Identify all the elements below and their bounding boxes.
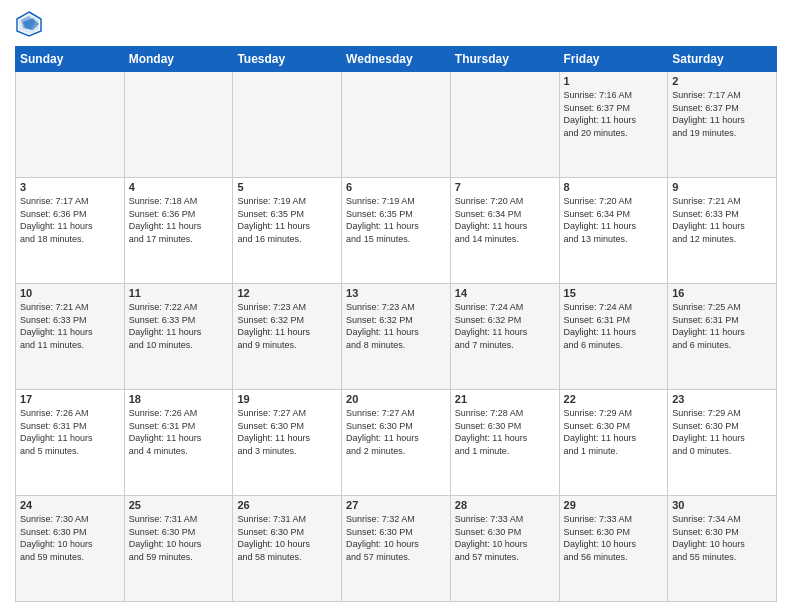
day-number: 21 [455,393,555,405]
day-number: 9 [672,181,772,193]
day-info: Sunrise: 7:19 AM Sunset: 6:35 PM Dayligh… [237,195,337,245]
day-info: Sunrise: 7:20 AM Sunset: 6:34 PM Dayligh… [455,195,555,245]
day-number: 7 [455,181,555,193]
calendar-cell: 2Sunrise: 7:17 AM Sunset: 6:37 PM Daylig… [668,72,777,178]
day-info: Sunrise: 7:18 AM Sunset: 6:36 PM Dayligh… [129,195,229,245]
calendar-cell [233,72,342,178]
day-info: Sunrise: 7:17 AM Sunset: 6:37 PM Dayligh… [672,89,772,139]
calendar-header-sunday: Sunday [16,47,125,72]
day-info: Sunrise: 7:19 AM Sunset: 6:35 PM Dayligh… [346,195,446,245]
calendar-cell [450,72,559,178]
calendar-header-friday: Friday [559,47,668,72]
calendar-cell: 6Sunrise: 7:19 AM Sunset: 6:35 PM Daylig… [342,178,451,284]
calendar-cell [124,72,233,178]
day-number: 10 [20,287,120,299]
day-number: 3 [20,181,120,193]
day-info: Sunrise: 7:33 AM Sunset: 6:30 PM Dayligh… [564,513,664,563]
day-number: 28 [455,499,555,511]
day-number: 27 [346,499,446,511]
calendar-header-row: SundayMondayTuesdayWednesdayThursdayFrid… [16,47,777,72]
day-info: Sunrise: 7:31 AM Sunset: 6:30 PM Dayligh… [129,513,229,563]
day-info: Sunrise: 7:24 AM Sunset: 6:32 PM Dayligh… [455,301,555,351]
page: SundayMondayTuesdayWednesdayThursdayFrid… [0,0,792,612]
calendar-header-tuesday: Tuesday [233,47,342,72]
calendar-cell: 17Sunrise: 7:26 AM Sunset: 6:31 PM Dayli… [16,390,125,496]
calendar-cell: 18Sunrise: 7:26 AM Sunset: 6:31 PM Dayli… [124,390,233,496]
day-number: 30 [672,499,772,511]
day-info: Sunrise: 7:22 AM Sunset: 6:33 PM Dayligh… [129,301,229,351]
calendar-cell: 14Sunrise: 7:24 AM Sunset: 6:32 PM Dayli… [450,284,559,390]
calendar-cell: 25Sunrise: 7:31 AM Sunset: 6:30 PM Dayli… [124,496,233,602]
day-info: Sunrise: 7:21 AM Sunset: 6:33 PM Dayligh… [20,301,120,351]
calendar-cell: 22Sunrise: 7:29 AM Sunset: 6:30 PM Dayli… [559,390,668,496]
calendar-table: SundayMondayTuesdayWednesdayThursdayFrid… [15,46,777,602]
calendar-cell: 3Sunrise: 7:17 AM Sunset: 6:36 PM Daylig… [16,178,125,284]
day-number: 12 [237,287,337,299]
calendar-week-4: 17Sunrise: 7:26 AM Sunset: 6:31 PM Dayli… [16,390,777,496]
day-info: Sunrise: 7:17 AM Sunset: 6:36 PM Dayligh… [20,195,120,245]
day-info: Sunrise: 7:25 AM Sunset: 6:31 PM Dayligh… [672,301,772,351]
calendar-cell: 10Sunrise: 7:21 AM Sunset: 6:33 PM Dayli… [16,284,125,390]
day-info: Sunrise: 7:29 AM Sunset: 6:30 PM Dayligh… [672,407,772,457]
day-info: Sunrise: 7:28 AM Sunset: 6:30 PM Dayligh… [455,407,555,457]
calendar-cell: 26Sunrise: 7:31 AM Sunset: 6:30 PM Dayli… [233,496,342,602]
day-number: 11 [129,287,229,299]
day-number: 23 [672,393,772,405]
calendar-header-monday: Monday [124,47,233,72]
calendar-cell: 21Sunrise: 7:28 AM Sunset: 6:30 PM Dayli… [450,390,559,496]
day-info: Sunrise: 7:21 AM Sunset: 6:33 PM Dayligh… [672,195,772,245]
day-number: 15 [564,287,664,299]
logo-icon [15,10,43,38]
calendar-cell: 16Sunrise: 7:25 AM Sunset: 6:31 PM Dayli… [668,284,777,390]
calendar-cell: 5Sunrise: 7:19 AM Sunset: 6:35 PM Daylig… [233,178,342,284]
calendar-cell: 15Sunrise: 7:24 AM Sunset: 6:31 PM Dayli… [559,284,668,390]
day-info: Sunrise: 7:27 AM Sunset: 6:30 PM Dayligh… [237,407,337,457]
calendar-week-2: 3Sunrise: 7:17 AM Sunset: 6:36 PM Daylig… [16,178,777,284]
day-number: 20 [346,393,446,405]
day-info: Sunrise: 7:24 AM Sunset: 6:31 PM Dayligh… [564,301,664,351]
calendar-cell: 7Sunrise: 7:20 AM Sunset: 6:34 PM Daylig… [450,178,559,284]
calendar-cell: 29Sunrise: 7:33 AM Sunset: 6:30 PM Dayli… [559,496,668,602]
calendar-cell [16,72,125,178]
calendar-cell [342,72,451,178]
calendar-cell: 24Sunrise: 7:30 AM Sunset: 6:30 PM Dayli… [16,496,125,602]
day-info: Sunrise: 7:32 AM Sunset: 6:30 PM Dayligh… [346,513,446,563]
day-number: 13 [346,287,446,299]
logo [15,10,47,38]
day-number: 18 [129,393,229,405]
day-info: Sunrise: 7:34 AM Sunset: 6:30 PM Dayligh… [672,513,772,563]
day-number: 29 [564,499,664,511]
calendar-week-5: 24Sunrise: 7:30 AM Sunset: 6:30 PM Dayli… [16,496,777,602]
day-info: Sunrise: 7:33 AM Sunset: 6:30 PM Dayligh… [455,513,555,563]
calendar-header-thursday: Thursday [450,47,559,72]
day-number: 16 [672,287,772,299]
day-number: 4 [129,181,229,193]
day-number: 5 [237,181,337,193]
calendar-cell: 8Sunrise: 7:20 AM Sunset: 6:34 PM Daylig… [559,178,668,284]
day-number: 24 [20,499,120,511]
day-number: 25 [129,499,229,511]
calendar-header-saturday: Saturday [668,47,777,72]
calendar-cell: 12Sunrise: 7:23 AM Sunset: 6:32 PM Dayli… [233,284,342,390]
day-info: Sunrise: 7:27 AM Sunset: 6:30 PM Dayligh… [346,407,446,457]
day-number: 1 [564,75,664,87]
day-info: Sunrise: 7:26 AM Sunset: 6:31 PM Dayligh… [20,407,120,457]
calendar-cell: 11Sunrise: 7:22 AM Sunset: 6:33 PM Dayli… [124,284,233,390]
day-info: Sunrise: 7:26 AM Sunset: 6:31 PM Dayligh… [129,407,229,457]
day-info: Sunrise: 7:16 AM Sunset: 6:37 PM Dayligh… [564,89,664,139]
calendar-cell: 27Sunrise: 7:32 AM Sunset: 6:30 PM Dayli… [342,496,451,602]
calendar-cell: 28Sunrise: 7:33 AM Sunset: 6:30 PM Dayli… [450,496,559,602]
day-number: 8 [564,181,664,193]
day-info: Sunrise: 7:31 AM Sunset: 6:30 PM Dayligh… [237,513,337,563]
calendar-cell: 23Sunrise: 7:29 AM Sunset: 6:30 PM Dayli… [668,390,777,496]
day-number: 2 [672,75,772,87]
calendar-week-1: 1Sunrise: 7:16 AM Sunset: 6:37 PM Daylig… [16,72,777,178]
day-number: 14 [455,287,555,299]
header [15,10,777,38]
day-number: 17 [20,393,120,405]
day-number: 19 [237,393,337,405]
calendar-header-wednesday: Wednesday [342,47,451,72]
day-info: Sunrise: 7:30 AM Sunset: 6:30 PM Dayligh… [20,513,120,563]
calendar-cell: 30Sunrise: 7:34 AM Sunset: 6:30 PM Dayli… [668,496,777,602]
calendar-cell: 13Sunrise: 7:23 AM Sunset: 6:32 PM Dayli… [342,284,451,390]
